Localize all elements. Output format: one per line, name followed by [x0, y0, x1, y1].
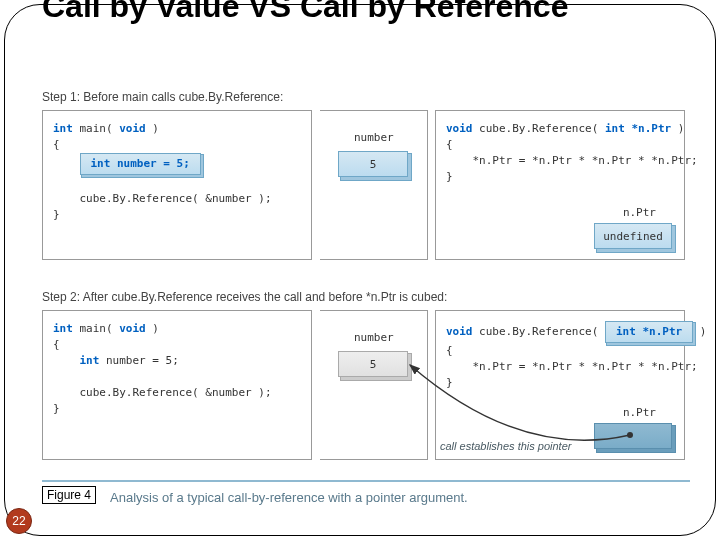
page-number: 22: [6, 508, 32, 534]
caption-text: Analysis of a typical call-by-reference …: [110, 490, 468, 505]
step2-number-box: 5: [338, 351, 408, 377]
step1-func-panel: void cube.By.Reference( int *n.Ptr ) { *…: [435, 110, 685, 260]
step1-func-code: void cube.By.Reference( int *n.Ptr ) { *…: [436, 111, 684, 195]
step1-main-code: int main( void ) { int number = 5; cube.…: [43, 111, 311, 233]
step2-nptr-box: [594, 423, 672, 449]
step2-func-panel: void cube.By.Reference( int *n.Ptr ) { *…: [435, 310, 685, 460]
step2-number-label: number: [354, 331, 394, 344]
pointer-note: call establishes this pointer: [440, 440, 571, 452]
step2-arg-box: int *n.Ptr: [605, 321, 693, 343]
step1-nptr-box: undefined: [594, 223, 672, 249]
step2-label: Step 2: After cube.By.Reference receives…: [42, 290, 447, 304]
step1-mid-panel: number 5: [320, 110, 428, 260]
step2-mid-panel: number 5: [320, 310, 428, 460]
step1-decl-box: int number = 5;: [80, 153, 201, 175]
step1-label: Step 1: Before main calls cube.By.Refere…: [42, 90, 283, 104]
step1-number-box: 5: [338, 151, 408, 177]
step1-nptr-label: n.Ptr: [623, 206, 656, 219]
step2-func-code: void cube.By.Reference( int *n.Ptr ) { *…: [436, 311, 684, 401]
slide-title: Call by Value VS Call by Reference: [42, 0, 568, 24]
step1-number-label: number: [354, 131, 394, 144]
step2-main-panel: int main( void ) { int number = 5; cube.…: [42, 310, 312, 460]
figure-label: Figure 4: [42, 486, 96, 504]
caption-row: Figure 4 Analysis of a typical call-by-r…: [42, 480, 690, 506]
step2-main-code: int main( void ) { int number = 5; cube.…: [43, 311, 311, 427]
step1-main-panel: int main( void ) { int number = 5; cube.…: [42, 110, 312, 260]
step2-nptr-label: n.Ptr: [623, 406, 656, 419]
